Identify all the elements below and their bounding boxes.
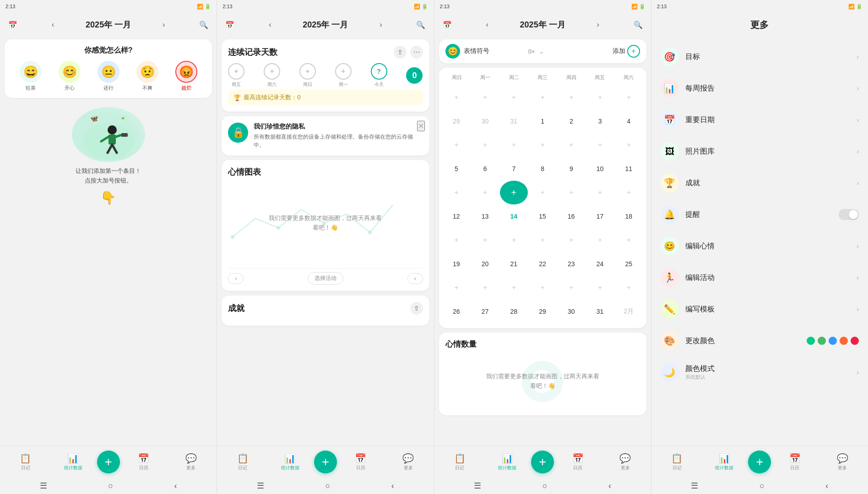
- nav-diary-3[interactable]: 📋 日记: [436, 453, 484, 471]
- color-dot-orange[interactable]: [840, 337, 848, 345]
- nav-stats-2[interactable]: 📊 统计数据: [266, 453, 314, 471]
- search-btn-3[interactable]: 🔍: [631, 17, 646, 32]
- cal-cell[interactable]: +: [500, 276, 528, 300]
- add-btn-3[interactable]: +: [531, 451, 554, 473]
- cal-cell-today-add[interactable]: +: [500, 181, 528, 204]
- cal-cell[interactable]: +: [558, 133, 586, 157]
- cal-cell[interactable]: +: [529, 133, 557, 157]
- nav-calendar-1[interactable]: 📅 日历: [120, 453, 168, 471]
- cal-cell-5[interactable]: 5: [443, 157, 471, 181]
- cal-cell-8[interactable]: 8: [529, 157, 557, 181]
- cal-cell[interactable]: +: [529, 228, 557, 252]
- color-dot-blue[interactable]: [829, 337, 837, 345]
- cal-cell[interactable]: +: [586, 228, 614, 252]
- prev-btn-1[interactable]: ‹: [46, 17, 60, 32]
- nav-stats-3[interactable]: 📊 统计数据: [483, 453, 531, 471]
- cal-cell-20[interactable]: 20: [471, 252, 499, 276]
- nav-more-1[interactable]: 💬 更多: [167, 453, 215, 471]
- cal-cell-16[interactable]: 16: [558, 204, 586, 228]
- share-btn[interactable]: ⇧: [394, 46, 407, 59]
- cal-cell[interactable]: +: [615, 86, 643, 109]
- menu-btn-2[interactable]: ☰: [257, 481, 264, 491]
- achieve-share-btn[interactable]: ⇧: [410, 302, 423, 315]
- home-btn-1[interactable]: ○: [108, 481, 113, 491]
- cal-cell-23[interactable]: 23: [558, 252, 586, 276]
- cal-cell-2[interactable]: 2: [558, 109, 586, 133]
- cal-cell[interactable]: +: [529, 86, 557, 109]
- cal-cell[interactable]: +: [558, 276, 586, 300]
- cal-cell-1[interactable]: 1: [529, 109, 557, 133]
- home-btn-4[interactable]: ○: [760, 481, 765, 491]
- nav-diary-2[interactable]: 📋 日记: [219, 453, 266, 471]
- cal-cell-12[interactable]: 12: [443, 204, 471, 228]
- more-item-template[interactable]: ✏️ 编写模板 ›: [651, 294, 868, 325]
- more-item-edit-activity[interactable]: 🏃 编辑活动 ›: [651, 262, 868, 294]
- nav-more-4[interactable]: 💬 更多: [819, 453, 866, 471]
- cal-cell[interactable]: +: [615, 228, 643, 252]
- cal-cell[interactable]: +: [615, 181, 643, 204]
- nav-calendar-2[interactable]: 📅 日历: [337, 453, 385, 471]
- cal-cell[interactable]: +: [586, 276, 614, 300]
- menu-btn-1[interactable]: ☰: [40, 481, 47, 491]
- cal-cell[interactable]: +: [615, 133, 643, 157]
- more-item-weekly[interactable]: 📊 每周报告 ›: [651, 73, 868, 104]
- more-item-gallery[interactable]: 🖼 照片图库 ›: [651, 136, 868, 167]
- cal-cell-10[interactable]: 10: [586, 157, 614, 181]
- back-btn-1[interactable]: ‹: [174, 481, 177, 491]
- cal-cell-26[interactable]: 26: [443, 300, 471, 323]
- nav-stats-1[interactable]: 📊 统计数据: [49, 453, 97, 471]
- cal-cell[interactable]: +: [443, 276, 471, 300]
- privacy-close-btn[interactable]: ✕: [417, 121, 425, 131]
- cal-cell-27[interactable]: 27: [471, 300, 499, 323]
- emoji-add-btn[interactable]: 添加 +: [613, 45, 640, 58]
- more-item-dates[interactable]: 📅 重要日期 ›: [651, 104, 868, 136]
- cal-cell-28[interactable]: 28: [500, 300, 528, 323]
- cal-cell-25[interactable]: 25: [615, 252, 643, 276]
- more-item-remind[interactable]: 🔔 提醒: [651, 199, 868, 231]
- cal-cell[interactable]: +: [443, 228, 471, 252]
- add-btn-2[interactable]: +: [314, 451, 337, 473]
- cal-cell[interactable]: +: [471, 86, 499, 109]
- cal-cell[interactable]: +: [471, 133, 499, 157]
- cal-cell-9[interactable]: 9: [558, 157, 586, 181]
- cal-cell[interactable]: +: [529, 276, 557, 300]
- cal-cell-6[interactable]: 6: [471, 157, 499, 181]
- nav-calendar-3[interactable]: 📅 日历: [554, 453, 602, 471]
- cal-cell[interactable]: +: [471, 276, 499, 300]
- more-item-goals[interactable]: 🎯 目标 ›: [651, 41, 868, 73]
- calendar-icon-btn-1[interactable]: 📅: [5, 17, 20, 32]
- cal-cell[interactable]: +: [500, 228, 528, 252]
- mood-item-2[interactable]: 😐 还行: [98, 61, 119, 91]
- more-btn[interactable]: ⋯: [410, 46, 423, 59]
- cal-cell-15[interactable]: 15: [529, 204, 557, 228]
- cal-cell-11[interactable]: 11: [615, 157, 643, 181]
- nav-more-3[interactable]: 💬 更多: [602, 453, 649, 471]
- streak-today-btn[interactable]: ?: [371, 63, 387, 80]
- cal-cell-21[interactable]: 21: [500, 252, 528, 276]
- cal-cell[interactable]: +: [471, 228, 499, 252]
- nav-more-2[interactable]: 💬 更多: [385, 453, 432, 471]
- cal-cell[interactable]: +: [443, 133, 471, 157]
- remind-toggle[interactable]: [839, 209, 859, 220]
- cal-cell[interactable]: +: [558, 86, 586, 109]
- next-btn-1[interactable]: ›: [157, 17, 171, 32]
- cal-cell-13[interactable]: 13: [471, 204, 499, 228]
- back-btn-4[interactable]: ‹: [825, 481, 828, 491]
- search-btn-1[interactable]: 🔍: [196, 17, 211, 32]
- menu-btn-3[interactable]: ☰: [474, 481, 481, 491]
- next-btn-2[interactable]: ›: [374, 17, 388, 32]
- more-item-colormode[interactable]: 🌙 颜色模式 系统默认 ›: [651, 357, 868, 388]
- mood-item-3[interactable]: 😟 不爽: [136, 61, 158, 91]
- cal-cell-14[interactable]: 14: [500, 204, 528, 228]
- color-dot-red[interactable]: [851, 337, 859, 345]
- nav-calendar-4[interactable]: 📅 日历: [771, 453, 819, 471]
- cal-cell[interactable]: +: [529, 181, 557, 204]
- add-btn-4[interactable]: +: [748, 451, 771, 473]
- cal-cell[interactable]: +: [558, 228, 586, 252]
- cal-cell-30[interactable]: 30: [558, 300, 586, 323]
- streak-mon-btn[interactable]: +: [335, 63, 352, 80]
- nav-stats-4[interactable]: 📊 统计数据: [701, 453, 749, 471]
- cal-cell[interactable]: +: [471, 181, 499, 204]
- cal-cell-24[interactable]: 24: [586, 252, 614, 276]
- home-btn-2[interactable]: ○: [325, 481, 330, 491]
